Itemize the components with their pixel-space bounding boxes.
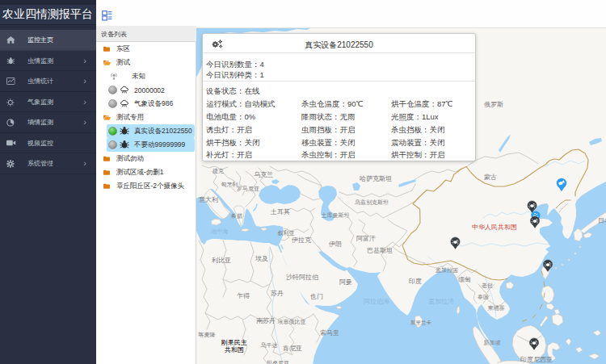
svg-text:土耳其: 土耳其: [270, 208, 290, 215]
svg-text:阿曼: 阿曼: [339, 278, 352, 286]
svg-text:乍得: 乍得: [237, 292, 250, 299]
svg-text:乌克兰: 乌克兰: [254, 171, 273, 178]
svg-text:孟加拉湾: 孟加拉湾: [428, 298, 454, 305]
svg-text:土库曼斯坦: 土库曼斯坦: [322, 212, 350, 219]
svg-text:阿富汗: 阿富汗: [356, 235, 376, 242]
svg-text:南苏丹: 南苏丹: [256, 317, 276, 324]
svg-text:也门: 也门: [310, 293, 323, 300]
svg-text:柬埔寨: 柬埔寨: [488, 304, 505, 312]
svg-text:泰国: 泰国: [478, 294, 489, 300]
svg-text:沙特阿拉伯: 沙特阿拉伯: [286, 274, 318, 281]
svg-text:印度尼西亚: 印度尼西亚: [520, 356, 553, 363]
svg-text:哈萨克斯坦: 哈萨克斯坦: [360, 175, 392, 182]
svg-text:肯尼亚: 肯尼亚: [283, 345, 302, 352]
svg-text:索马里: 索马里: [320, 329, 339, 337]
svg-text:斯里兰卡: 斯里兰卡: [410, 320, 432, 325]
svg-text:巴基斯坦: 巴基斯坦: [367, 247, 393, 254]
svg-text:喀麦隆: 喀麦隆: [199, 332, 216, 338]
svg-text:新加坡: 新加坡: [484, 339, 501, 345]
svg-text:罗马尼亚: 罗马尼亚: [237, 186, 259, 192]
svg-text:埃及: 埃及: [255, 255, 268, 262]
svg-text:乌兹别克斯坦: 乌兹别克斯坦: [355, 199, 389, 206]
svg-text:埃塞俄比亚: 埃塞俄比亚: [277, 319, 306, 325]
svg-text:叙利亚: 叙利亚: [278, 230, 295, 236]
svg-text:俄罗斯: 俄罗斯: [484, 101, 503, 108]
svg-text:伊拉克: 伊拉克: [292, 236, 312, 244]
svg-text:印度: 印度: [409, 278, 422, 285]
svg-text:坦桑尼亚: 坦桑尼亚: [266, 360, 289, 364]
svg-text:孟加拉国: 孟加拉国: [436, 267, 458, 274]
svg-text:利比亚: 利比亚: [212, 257, 231, 264]
svg-text:伊朗: 伊朗: [329, 241, 342, 248]
svg-text:苏丹: 苏丹: [271, 290, 284, 297]
svg-text:阿拉伯海: 阿拉伯海: [364, 298, 389, 305]
svg-text:捷克: 捷克: [213, 168, 224, 174]
svg-text:刚果民主: 刚果民主: [221, 339, 247, 346]
svg-text:老挝: 老挝: [482, 282, 493, 289]
svg-text:日本: 日本: [598, 217, 606, 224]
svg-text:乌干达: 乌干达: [261, 342, 278, 348]
svg-text:地中海: 地中海: [211, 228, 229, 235]
svg-text:缅甸: 缅甸: [458, 276, 471, 283]
svg-text:匈牙利: 匈牙利: [221, 182, 238, 188]
svg-text:共和国: 共和国: [225, 346, 244, 354]
svg-text:希腊: 希腊: [230, 213, 242, 220]
svg-text:蒙古: 蒙古: [484, 174, 497, 181]
svg-text:中华人民共和国: 中华人民共和国: [472, 224, 517, 231]
svg-text:意大利: 意大利: [198, 196, 218, 203]
